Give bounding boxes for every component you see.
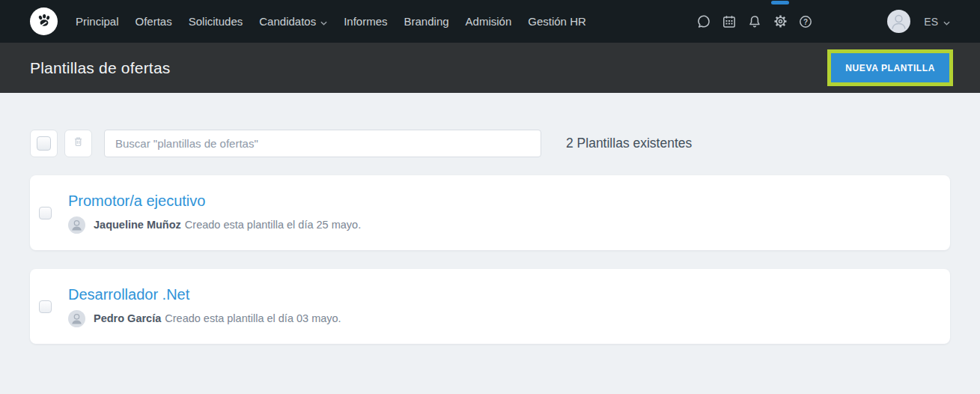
template-meta: Jaqueline Muñoz Creado esta plantilla el…: [68, 216, 361, 234]
app-logo[interactable]: [30, 7, 58, 35]
navbar-right: ? ES: [691, 0, 950, 43]
nav-item-principal[interactable]: Principal: [76, 15, 119, 28]
nav-item-ofertas[interactable]: Ofertas: [136, 15, 172, 28]
template-checkbox[interactable]: [39, 207, 52, 219]
paw-icon: [34, 10, 53, 32]
top-navbar: Principal Ofertas Solicitudes Candidatos…: [0, 0, 980, 43]
author-name: Jaqueline Muñoz: [94, 219, 181, 231]
calendar-icon[interactable]: [716, 0, 742, 43]
nav-item-gestion-hr[interactable]: Gestión HR: [528, 15, 586, 28]
author-name: Pedro García: [94, 312, 161, 324]
chevron-down-icon: [943, 16, 950, 28]
new-template-button[interactable]: NUEVA PLANTILLA: [831, 53, 949, 82]
chevron-down-icon: [320, 15, 327, 28]
select-all-checkbox[interactable]: [37, 136, 51, 151]
svg-text:?: ?: [803, 17, 808, 25]
user-avatar[interactable]: [887, 10, 910, 33]
notifications-bell-icon[interactable]: [742, 0, 767, 43]
page-header: Plantillas de ofertas NUEVA PLANTILLA: [0, 43, 980, 93]
chat-icon[interactable]: [691, 0, 716, 43]
settings-gear-icon[interactable]: [767, 0, 793, 43]
template-card-body: Promotor/a ejecutivo Jaqueline Muñoz Cre…: [68, 193, 361, 234]
template-card: Promotor/a ejecutivo Jaqueline Muñoz Cre…: [30, 175, 950, 250]
nav-item-branding[interactable]: Branding: [404, 15, 449, 28]
templates-count: 2 Plantillas existentes: [566, 136, 692, 151]
nav-item-label: Principal: [76, 15, 119, 28]
nav-item-label: Informes: [344, 15, 387, 28]
nav-item-solicitudes[interactable]: Solicitudes: [189, 15, 243, 28]
nav-item-label: Candidatos: [259, 15, 316, 28]
template-card-body: Desarrollador .Net Pedro García Creado e…: [68, 286, 341, 327]
nav-item-label: Ofertas: [136, 15, 172, 28]
language-selector[interactable]: ES: [924, 16, 950, 28]
template-card: Desarrollador .Net Pedro García Creado e…: [30, 269, 950, 344]
template-meta: Pedro García Creado esta plantilla el dí…: [68, 310, 341, 327]
nav-item-label: Gestión HR: [528, 15, 586, 28]
nav-item-admision[interactable]: Admisión: [466, 15, 512, 28]
nav-item-candidatos[interactable]: Candidatos: [259, 15, 327, 28]
annotation-highlight: NUEVA PLANTILLA: [827, 49, 953, 86]
delete-button[interactable]: [64, 130, 92, 157]
help-icon[interactable]: ?: [793, 0, 818, 43]
template-title-link[interactable]: Desarrollador .Net: [68, 286, 341, 303]
nav-item-label: Branding: [404, 15, 449, 28]
author-avatar: [68, 310, 85, 327]
nav-item-informes[interactable]: Informes: [344, 15, 387, 28]
templates-toolbar: 2 Plantillas existentes: [30, 130, 950, 157]
language-code: ES: [924, 16, 938, 28]
content-area: 2 Plantillas existentes Promotor/a ejecu…: [0, 93, 980, 344]
template-checkbox[interactable]: [39, 300, 52, 313]
trash-icon: [72, 136, 85, 151]
nav-item-label: Admisión: [466, 15, 512, 28]
search-input[interactable]: [104, 130, 541, 157]
page-title: Plantillas de ofertas: [30, 59, 170, 77]
nav-item-label: Solicitudes: [189, 15, 243, 28]
created-text: Creado esta plantilla el día 25 mayo.: [185, 219, 361, 231]
select-all-checkbox-container[interactable]: [30, 130, 58, 157]
author-avatar: [68, 216, 85, 234]
template-title-link[interactable]: Promotor/a ejecutivo: [68, 193, 361, 210]
created-text: Creado esta plantilla el día 03 mayo.: [165, 312, 341, 324]
main-nav: Principal Ofertas Solicitudes Candidatos…: [76, 15, 586, 28]
